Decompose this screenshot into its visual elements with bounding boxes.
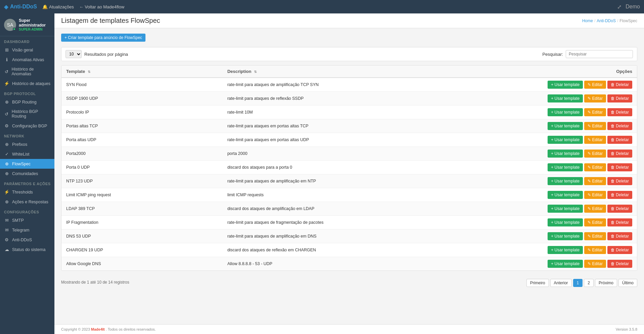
edit-button[interactable]: ✎ Editar — [584, 191, 606, 199]
cell-options: + Usar template ✎ Editar 🗑 Deletar — [481, 257, 637, 271]
sidebar-item-thresholds[interactable]: ⚡ Thresholds — [0, 187, 54, 197]
templates-table: Template ⇅ Description ⇅ Opções — [61, 66, 637, 270]
sidebar-item-anti-ddos[interactable]: ⚙ Anti-DDoS — [0, 235, 54, 245]
pagination-info: Mostrando de 1 até 10 de 14 registros — [61, 280, 129, 285]
page-button[interactable]: Anterior — [550, 279, 572, 287]
telegram-icon: ✉ — [4, 227, 9, 233]
edit-button[interactable]: ✎ Editar — [584, 81, 606, 89]
sidebar-item-label: Histórico BGP Routing — [12, 109, 50, 119]
edit-button[interactable]: ✎ Editar — [584, 205, 606, 213]
sidebar-item-visao-geral[interactable]: ⊞ Visão geral — [0, 45, 54, 55]
delete-button[interactable]: 🗑 Deletar — [607, 177, 632, 185]
edit-button[interactable]: ✎ Editar — [584, 94, 606, 102]
sidebar-item-prefixos[interactable]: ⊕ Prefixos — [0, 139, 54, 149]
breadcrumb-antiddos[interactable]: Anti-DDoS — [597, 18, 616, 23]
sidebar-item-comunidades[interactable]: ⊕ Comunidades — [0, 169, 54, 178]
demo-menu[interactable]: Demo — [626, 4, 640, 10]
delete-button[interactable]: 🗑 Deletar — [607, 122, 632, 130]
edit-button[interactable]: ✎ Editar — [584, 177, 606, 185]
section-bgp: BGP Protocol — [0, 88, 54, 97]
delete-button[interactable]: 🗑 Deletar — [607, 232, 632, 240]
page-button[interactable]: Último — [618, 279, 637, 287]
sidebar-item-label: Prefixos — [12, 142, 27, 147]
use-template-button[interactable]: + Usar template — [548, 232, 583, 240]
edit-button[interactable]: ✎ Editar — [584, 108, 606, 116]
use-template-button[interactable]: + Usar template — [548, 81, 583, 89]
cell-description: Allow 8.8.8.8 - 53 - UDP — [223, 257, 482, 271]
table-row: SSDP 1900 UDP rate-limit para ataques de… — [61, 92, 637, 106]
expand-icon[interactable]: ⤢ — [617, 4, 621, 10]
content-area: Listagem de templates FlowSpec Home / An… — [54, 13, 644, 334]
sidebar-item-bgp-routing[interactable]: ⊕ BGP Routing — [0, 97, 54, 107]
shield-icon: ⚙ — [4, 237, 9, 242]
page-button[interactable]: 2 — [584, 279, 594, 287]
delete-button[interactable]: 🗑 Deletar — [607, 218, 632, 226]
sidebar-item-config-bgp[interactable]: ⚙ Configuração BGP — [0, 121, 54, 131]
per-page-select[interactable]: 10 25 50 — [66, 50, 82, 58]
edit-button[interactable]: ✎ Editar — [584, 136, 606, 144]
nav-voltar[interactable]: ← Voltar ao Made4flow — [79, 4, 124, 9]
edit-button[interactable]: ✎ Editar — [584, 122, 606, 130]
sidebar-item-flowspec[interactable]: ⊕ FlowSpec — [0, 159, 54, 169]
use-template-button[interactable]: + Usar template — [548, 108, 583, 116]
use-template-button[interactable]: + Usar template — [548, 94, 583, 102]
edit-button[interactable]: ✎ Editar — [584, 218, 606, 226]
delete-button[interactable]: 🗑 Deletar — [607, 108, 632, 116]
use-template-button[interactable]: + Usar template — [548, 163, 583, 171]
edit-button[interactable]: ✎ Editar — [584, 150, 606, 158]
sidebar-item-smtp[interactable]: ✉ SMTP — [0, 215, 54, 225]
use-template-button[interactable]: + Usar template — [548, 205, 583, 213]
delete-button[interactable]: 🗑 Deletar — [607, 81, 632, 89]
sidebar-item-historico-bgp[interactable]: ↺ Histórico BGP Routing — [0, 107, 54, 121]
delete-button[interactable]: 🗑 Deletar — [607, 205, 632, 213]
edit-button[interactable]: ✎ Editar — [584, 260, 606, 268]
page-button[interactable]: Primeiro — [526, 279, 549, 287]
edit-button[interactable]: ✎ Editar — [584, 232, 606, 240]
use-template-button[interactable]: + Usar template — [548, 150, 583, 158]
page-button[interactable]: Próximo — [595, 279, 617, 287]
cell-description: limit ICMP requests — [223, 188, 482, 202]
footer-brand-link[interactable]: Made4It — [91, 327, 105, 331]
sidebar-item-telegram[interactable]: ✉ Telegram — [0, 225, 54, 235]
sort-template-icon[interactable]: ⇅ — [88, 70, 90, 74]
delete-button[interactable]: 🗑 Deletar — [607, 94, 632, 102]
delete-button[interactable]: 🗑 Deletar — [607, 246, 632, 254]
table-row: Porta altas UDP rate-limit para ataques … — [61, 133, 637, 147]
sidebar-item-historico-ataques[interactable]: ⚡ Histórico de ataques — [0, 79, 54, 88]
user-name: Super administrador — [19, 18, 50, 28]
cell-options: + Usar template ✎ Editar 🗑 Deletar — [481, 188, 637, 202]
cell-template: Porta altas UDP — [61, 133, 223, 147]
nav-atualizacoes[interactable]: 🔔 Atualizações — [42, 4, 74, 9]
edit-button[interactable]: ✎ Editar — [584, 163, 606, 171]
use-template-button[interactable]: + Usar template — [548, 246, 583, 254]
sidebar-item-acoes[interactable]: ⊕ Ações e Respostas — [0, 197, 54, 207]
sidebar-item-status[interactable]: ☁ Status do sistema — [0, 245, 54, 254]
cell-options: + Usar template ✎ Editar 🗑 Deletar — [481, 106, 637, 119]
create-template-button[interactable]: + Criar template para anúncio de FlowSpe… — [61, 34, 145, 42]
use-template-button[interactable]: + Usar template — [548, 177, 583, 185]
edit-button[interactable]: ✎ Editar — [584, 246, 606, 254]
footer-copyright: Copyright © 2023 Made4It . Todos os dire… — [61, 327, 156, 331]
delete-button[interactable]: 🗑 Deletar — [607, 191, 632, 199]
user-info: Super administrador SUPER-ADMIN — [19, 18, 50, 31]
sidebar-item-anomalias-ativas[interactable]: ℹ Anomalias Ativas — [0, 55, 54, 65]
action-icon: ⊕ — [4, 199, 9, 204]
delete-button[interactable]: 🗑 Deletar — [607, 136, 632, 144]
delete-button[interactable]: 🗑 Deletar — [607, 163, 632, 171]
delete-button[interactable]: 🗑 Deletar — [607, 150, 632, 158]
use-template-button[interactable]: + Usar template — [548, 218, 583, 226]
sidebar-item-whitelist[interactable]: ✓ WhiteList — [0, 149, 54, 159]
delete-button[interactable]: 🗑 Deletar — [607, 260, 632, 268]
breadcrumb-home[interactable]: Home — [582, 18, 593, 23]
page-title: Listagem de templates FlowSpec — [61, 17, 160, 25]
use-template-button[interactable]: + Usar template — [548, 191, 583, 199]
use-template-button[interactable]: + Usar template — [548, 122, 583, 130]
cell-description: discard dos ataques para a porta 0 — [223, 161, 482, 174]
page-button[interactable]: 1 — [573, 279, 583, 287]
sidebar-item-historico-anomalias[interactable]: ↺ Histórico de Anomalias — [0, 65, 54, 79]
search-input[interactable] — [566, 50, 633, 58]
use-template-button[interactable]: + Usar template — [548, 260, 583, 268]
sort-desc-icon[interactable]: ⇅ — [254, 70, 257, 74]
cell-description: rate-limit para ataques de amplificação … — [223, 229, 482, 243]
use-template-button[interactable]: + Usar template — [548, 136, 583, 144]
